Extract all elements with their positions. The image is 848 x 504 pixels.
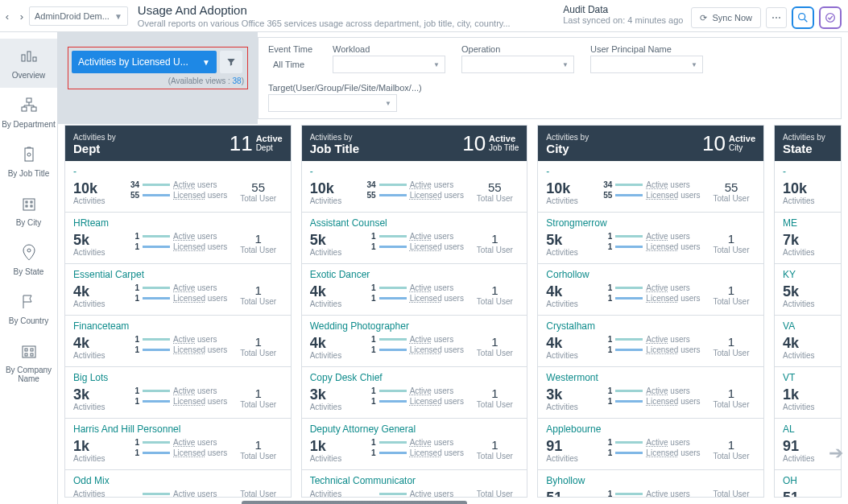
chevron-down-icon: ▼ xyxy=(202,58,210,67)
filter-operation-select[interactable]: ▼ xyxy=(461,56,574,73)
data-card: Harris And Hill Personnel 1kActivities 1… xyxy=(65,419,291,470)
sidebar-item-by-country[interactable]: By Country xyxy=(0,284,57,333)
card-name[interactable]: Essential Carpet xyxy=(73,269,283,280)
svg-rect-6 xyxy=(27,98,31,102)
card-total-users: 1Total User xyxy=(707,335,755,357)
card-name[interactable]: Big Lots xyxy=(73,372,283,383)
svg-point-2 xyxy=(826,14,835,23)
svg-rect-8 xyxy=(31,107,36,111)
overview-icon xyxy=(19,47,39,68)
card-activities: 10kActivities xyxy=(546,180,599,205)
card-name[interactable]: - xyxy=(310,166,519,177)
pin-icon xyxy=(19,243,39,264)
sidebar-item-overview[interactable]: Overview xyxy=(0,39,57,88)
card-activities: 3kActivities xyxy=(546,386,599,411)
filter-target-label: Target(User/Group/File/Site/Mailbox/...) xyxy=(268,83,831,93)
column-body: - 10kActivities 34Active users 55License… xyxy=(65,161,291,497)
card-name[interactable]: Deputy Attorney General xyxy=(310,423,519,435)
sync-label: Sync Now xyxy=(712,13,752,23)
card-name[interactable]: Technical Communicator xyxy=(310,475,519,486)
filter-button[interactable] xyxy=(220,51,242,73)
card-total-users: 1Total User xyxy=(234,438,283,461)
card-name[interactable]: Exotic Dancer xyxy=(310,269,519,280)
card-activities: 5kActivities xyxy=(310,232,363,257)
data-card: Wedding Photographer 4kActivities 1Activ… xyxy=(302,316,527,367)
card-activities: 1kActivities xyxy=(73,438,126,463)
next-page-arrow[interactable]: ➔ xyxy=(829,443,843,464)
card-total-users: Total User xyxy=(234,490,283,497)
card-name[interactable]: Copy Desk Chief xyxy=(310,372,519,383)
card-name[interactable]: Corhollow xyxy=(546,269,755,280)
card-name[interactable]: AL xyxy=(783,423,833,435)
data-card: Byhollow 51Activities 1Active users Lice… xyxy=(538,470,763,497)
card-total-users: 1Total User xyxy=(707,438,755,461)
card-name[interactable]: VT xyxy=(783,372,833,383)
sidebar-item-by-company-name[interactable]: By Company Name xyxy=(0,333,57,391)
card-name[interactable]: Assistant Counsel xyxy=(310,217,519,229)
card-name[interactable]: KY xyxy=(783,269,833,280)
overflow-menu-button[interactable]: ⋯ xyxy=(766,7,787,28)
card-name[interactable]: Harris And Hill Personnel xyxy=(73,423,283,435)
filter-target-select[interactable]: ▼ xyxy=(268,94,397,112)
card-activities: 4kActivities xyxy=(73,335,126,360)
sidebar-item-label: By State xyxy=(14,267,44,276)
card-name[interactable]: Odd Mix xyxy=(73,475,283,486)
card-user-counts: Active users Licensed users xyxy=(126,490,234,497)
card-name[interactable]: OH xyxy=(783,475,833,486)
sidebar-item-by-department[interactable]: By Department xyxy=(0,88,57,137)
card-name[interactable]: - xyxy=(783,166,833,177)
column-state: Activities byState - 10kActivities ME 7k… xyxy=(774,125,842,498)
card-total-users: 55Total User xyxy=(234,180,283,203)
nav-back-icon[interactable]: ‹ xyxy=(0,10,14,23)
breadcrumb-select[interactable]: AdminDroid Dem... ▼ xyxy=(29,6,128,26)
sidebar-item-by-job-title[interactable]: By Job Title xyxy=(0,137,57,186)
filter-icon xyxy=(225,56,237,68)
column-city: Activities byCity10 ActiveCity - 10kActi… xyxy=(537,125,764,498)
view-panel: Activities by Licensed U... ▼ (Available… xyxy=(58,32,258,124)
card-total-users: 55Total User xyxy=(470,180,519,203)
data-card: Essential Carpet 4kActivities 1Active us… xyxy=(65,264,291,316)
column-dept: Activities byDept11 ActiveDept - 10kActi… xyxy=(64,125,292,498)
card-name[interactable]: Strongmerrow xyxy=(546,217,755,229)
card-total-users: 1Total User xyxy=(234,283,283,306)
card-activities: 91Activities xyxy=(546,438,599,463)
card-user-counts: 1Active users 1Licensed users xyxy=(126,438,234,457)
card-name[interactable]: Financeteam xyxy=(73,320,283,332)
sync-now-button[interactable]: ⟳ Sync Now xyxy=(691,7,761,28)
card-name[interactable]: HRteam xyxy=(73,217,283,229)
data-columns: Activities byDept11 ActiveDept - 10kActi… xyxy=(58,125,848,504)
card-total-users: 1Total User xyxy=(234,335,283,357)
card-name[interactable]: Applebourne xyxy=(546,423,755,435)
nav-forward-icon[interactable]: › xyxy=(14,10,29,23)
assistant-button[interactable] xyxy=(819,6,842,29)
chevron-down-icon: ▼ xyxy=(691,61,697,68)
filter-upn-select[interactable]: ▼ xyxy=(590,56,703,73)
company-icon xyxy=(19,341,39,362)
view-select[interactable]: Activities by Licensed U... ▼ xyxy=(72,51,217,73)
filter-event-time-label: Event Time xyxy=(268,44,316,54)
card-name[interactable]: Westermont xyxy=(546,372,755,383)
card-name[interactable]: - xyxy=(73,166,283,177)
column-body: - 10kActivities 34Active users 55License… xyxy=(302,161,527,497)
card-user-counts: Active users Licensed users xyxy=(363,490,471,497)
sidebar-item-by-state[interactable]: By State xyxy=(0,235,57,284)
card-name[interactable]: Byhollow xyxy=(546,475,755,486)
card-name[interactable]: ME xyxy=(783,217,833,229)
card-user-counts: 1Active users 1Licensed users xyxy=(599,335,707,354)
card-name[interactable]: Wedding Photographer xyxy=(310,320,519,332)
card-name[interactable]: Crystalham xyxy=(546,320,755,332)
card-name[interactable]: - xyxy=(546,166,755,177)
data-card: Assistant Counsel 5kActivities 1Active u… xyxy=(302,213,527,264)
card-user-counts: 1Active users Licensed users xyxy=(599,490,707,497)
card-activities: 51Activities xyxy=(546,490,599,497)
sidebar-item-by-city[interactable]: By City xyxy=(0,186,57,235)
search-button[interactable] xyxy=(792,6,814,29)
card-name[interactable]: VA xyxy=(783,320,833,332)
column-count: 11 xyxy=(230,133,253,154)
svg-rect-5 xyxy=(33,57,36,61)
svg-rect-15 xyxy=(31,205,32,207)
svg-rect-7 xyxy=(22,107,27,111)
filter-event-time-value[interactable]: All Time xyxy=(268,56,316,73)
card-activities: 51Activities xyxy=(783,490,833,497)
filter-workload-select[interactable]: ▼ xyxy=(333,56,445,73)
